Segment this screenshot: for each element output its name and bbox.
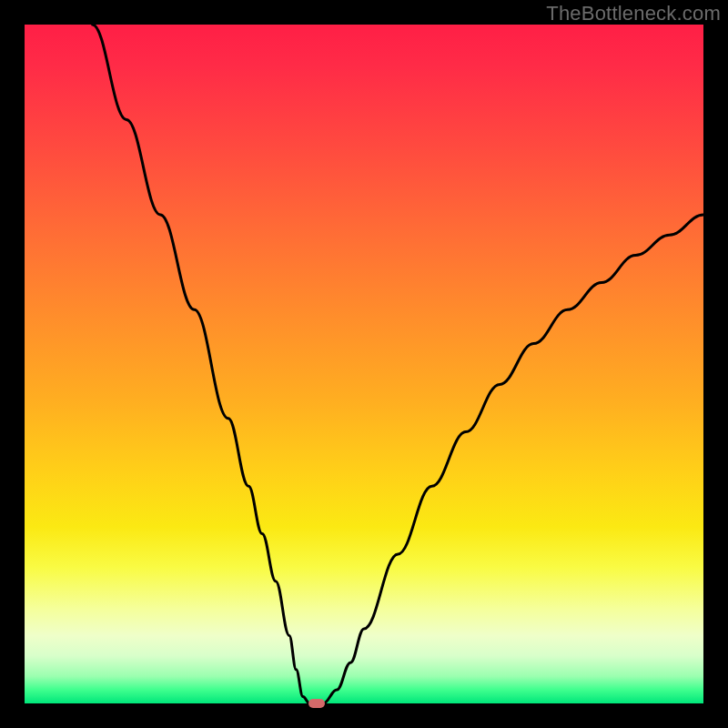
bottleneck-curve xyxy=(25,25,703,703)
optimal-point-marker xyxy=(308,699,325,708)
plot-area xyxy=(25,25,703,703)
watermark-text: TheBottleneck.com xyxy=(546,2,721,25)
chart-frame: TheBottleneck.com xyxy=(0,0,728,728)
